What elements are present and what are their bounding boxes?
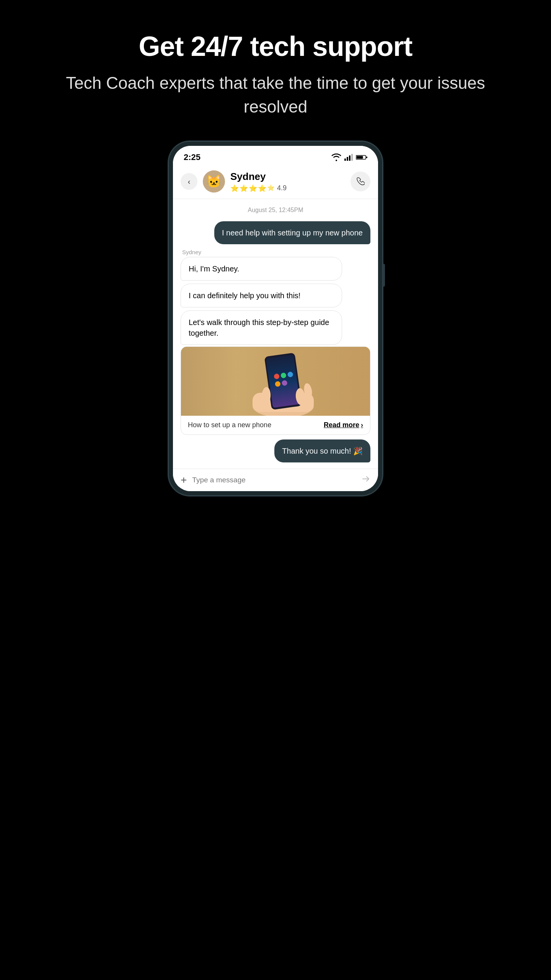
svg-rect-6 bbox=[357, 156, 363, 159]
message-input[interactable] bbox=[192, 476, 356, 484]
send-icon bbox=[361, 474, 370, 483]
agent-bubble-1: Hi, I'm Sydney. bbox=[181, 257, 342, 281]
chat-area: August 25, 12:45PM I need help with sett… bbox=[173, 199, 378, 469]
phone-icon bbox=[356, 177, 365, 186]
chat-timestamp: August 25, 12:45PM bbox=[181, 207, 370, 214]
svg-rect-1 bbox=[347, 157, 348, 161]
article-footer: How to set up a new phone Read more › bbox=[181, 416, 370, 434]
status-bar: 2:25 bbox=[173, 146, 378, 166]
star-half: ⭐ bbox=[267, 184, 275, 193]
wifi-icon bbox=[331, 154, 341, 161]
agent-bubble-2: I can definitely help you with this! bbox=[181, 284, 342, 307]
chat-header: ‹ 🐱 Sydney ⭐ ⭐ ⭐ ⭐ ⭐ 4.9 bbox=[173, 166, 378, 199]
user-bubble-1: I need help with setting up my new phone bbox=[214, 221, 370, 244]
page-header: Get 24/7 tech support Tech Coach experts… bbox=[0, 31, 551, 118]
back-button[interactable]: ‹ bbox=[181, 173, 197, 190]
svg-rect-0 bbox=[344, 158, 346, 161]
star-4: ⭐ bbox=[258, 184, 266, 193]
agent-avatar: 🐱 bbox=[203, 170, 225, 193]
phone-screen: 2:25 bbox=[173, 146, 378, 491]
phone-frame: 2:25 bbox=[168, 141, 383, 496]
read-more-button[interactable]: Read more › bbox=[324, 421, 363, 429]
article-image bbox=[181, 347, 370, 416]
star-3: ⭐ bbox=[249, 184, 257, 193]
read-more-chevron: › bbox=[361, 421, 363, 429]
user-message-2: Thank you so much! 🎉 bbox=[181, 439, 370, 462]
star-2: ⭐ bbox=[240, 184, 248, 193]
phone-hand-illustration bbox=[181, 347, 370, 416]
call-button[interactable] bbox=[350, 172, 370, 191]
page-subtitle: Tech Coach experts that take the time to… bbox=[38, 71, 513, 118]
star-1: ⭐ bbox=[230, 184, 239, 193]
rating-value: 4.9 bbox=[277, 184, 287, 192]
status-icons bbox=[331, 154, 367, 161]
agent-label: Sydney bbox=[181, 249, 370, 255]
send-button[interactable] bbox=[361, 474, 370, 486]
svg-rect-5 bbox=[366, 157, 367, 158]
battery-icon bbox=[356, 155, 367, 160]
read-more-label: Read more bbox=[324, 421, 359, 429]
add-attachment-button[interactable]: + bbox=[181, 475, 187, 485]
status-time: 2:25 bbox=[184, 152, 201, 162]
agent-info: Sydney ⭐ ⭐ ⭐ ⭐ ⭐ 4.9 bbox=[230, 171, 345, 193]
user-bubble-2: Thank you so much! 🎉 bbox=[274, 439, 370, 462]
agent-name: Sydney bbox=[230, 171, 345, 183]
svg-rect-3 bbox=[351, 154, 353, 161]
signal-icon bbox=[344, 154, 353, 161]
stars: ⭐ ⭐ ⭐ ⭐ ⭐ bbox=[230, 184, 275, 193]
agent-rating: ⭐ ⭐ ⭐ ⭐ ⭐ 4.9 bbox=[230, 184, 345, 193]
back-icon: ‹ bbox=[188, 177, 191, 186]
page-title: Get 24/7 tech support bbox=[38, 31, 513, 62]
user-message-1: I need help with setting up my new phone bbox=[181, 221, 370, 244]
article-card[interactable]: How to set up a new phone Read more › bbox=[181, 346, 370, 435]
input-bar: + bbox=[173, 469, 378, 491]
agent-messages-group: Sydney Hi, I'm Sydney. I can definitely … bbox=[181, 249, 370, 435]
agent-bubble-3: Let's walk through this step-by-step gui… bbox=[181, 310, 342, 345]
agent-bubbles: Hi, I'm Sydney. I can definitely help yo… bbox=[181, 257, 370, 345]
svg-rect-2 bbox=[349, 155, 350, 161]
article-title: How to set up a new phone bbox=[188, 421, 271, 429]
